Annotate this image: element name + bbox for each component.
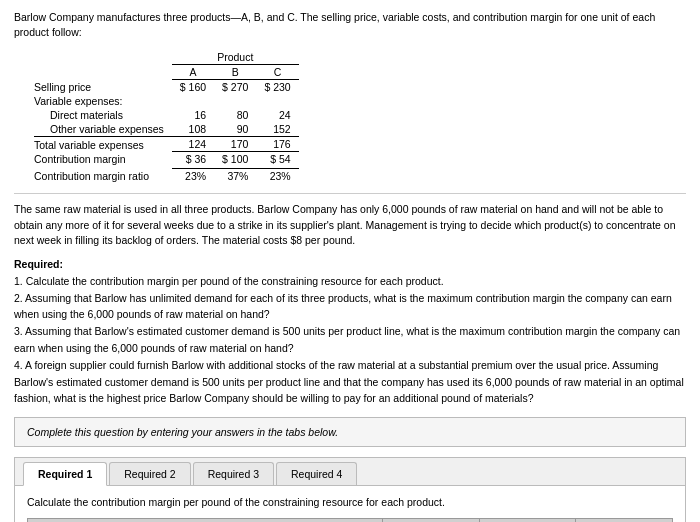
tab-req3[interactable]: Required 3 [193,462,274,485]
complete-box-text: Complete this question by entering your … [27,426,338,438]
answer-table: A B C Contribution margin per pound of t… [27,518,673,522]
product-header: Product [172,50,299,65]
product-cell-3-2: 152 [256,122,298,137]
product-cell-7-2: 23% [256,169,298,184]
product-row-label-1: Variable expenses: [34,94,172,108]
divider-1 [14,193,686,194]
product-cell-5-1: $ 100 [214,152,256,167]
product-row-label-7: Contribution margin ratio [34,169,172,184]
intro-text: Barlow Company manufactures three produc… [14,10,686,40]
product-cell-3-1: 90 [214,122,256,137]
product-row-label-0: Selling price [34,80,172,95]
complete-box: Complete this question by entering your … [14,417,686,447]
product-cell-7-0: 23% [172,169,214,184]
required-item-3: 3. Assuming that Barlow's estimated cust… [14,323,686,357]
product-table: Product A B C Selling price$ 160$ 270$ 2… [34,50,299,183]
product-cell-1-1 [214,94,256,108]
required-item-2: 2. Assuming that Barlow has unlimited de… [14,290,686,324]
product-cell-2-1: 80 [214,108,256,122]
col-c-header: C [256,65,298,80]
body-paragraph: The same raw material is used in all thr… [14,202,686,248]
product-cell-5-0: $ 36 [172,152,214,167]
product-cell-7-1: 37% [214,169,256,184]
product-cell-4-2: 176 [256,137,298,152]
product-row-label-5: Contribution margin [34,152,172,167]
product-row-label-3: Other variable expenses [34,122,172,137]
product-row-label-4: Total variable expenses [34,137,172,152]
product-cell-1-2 [256,94,298,108]
required-item-4: 4. A foreign supplier could furnish Barl… [14,357,686,407]
tab-req4[interactable]: Required 4 [276,462,357,485]
col-b-header: B [214,65,256,80]
tabs-container: Required 1Required 2Required 3Required 4… [14,457,686,522]
col-a-header: A [172,65,214,80]
required-item-1: 1. Calculate the contribution margin per… [14,273,686,290]
required-heading: Required: [14,258,63,270]
product-cell-4-0: 124 [172,137,214,152]
product-row-label-2: Direct materials [34,108,172,122]
tab-content: Calculate the contribution margin per po… [15,486,685,522]
product-cell-3-0: 108 [172,122,214,137]
tabs-row: Required 1Required 2Required 3Required 4 [15,458,685,486]
tab-req2[interactable]: Required 2 [109,462,190,485]
product-table-wrapper: Product A B C Selling price$ 160$ 270$ 2… [14,50,686,183]
tab-instruction: Calculate the contribution margin per po… [27,496,673,508]
product-cell-4-1: 170 [214,137,256,152]
product-cell-5-2: $ 54 [256,152,298,167]
required-section: Required: 1. Calculate the contribution … [14,256,686,407]
product-cell-1-0 [172,94,214,108]
tab-req1[interactable]: Required 1 [23,462,107,486]
product-cell-2-2: 24 [256,108,298,122]
product-cell-0-2: $ 230 [256,80,298,95]
product-cell-0-0: $ 160 [172,80,214,95]
product-cell-0-1: $ 270 [214,80,256,95]
product-cell-2-0: 16 [172,108,214,122]
